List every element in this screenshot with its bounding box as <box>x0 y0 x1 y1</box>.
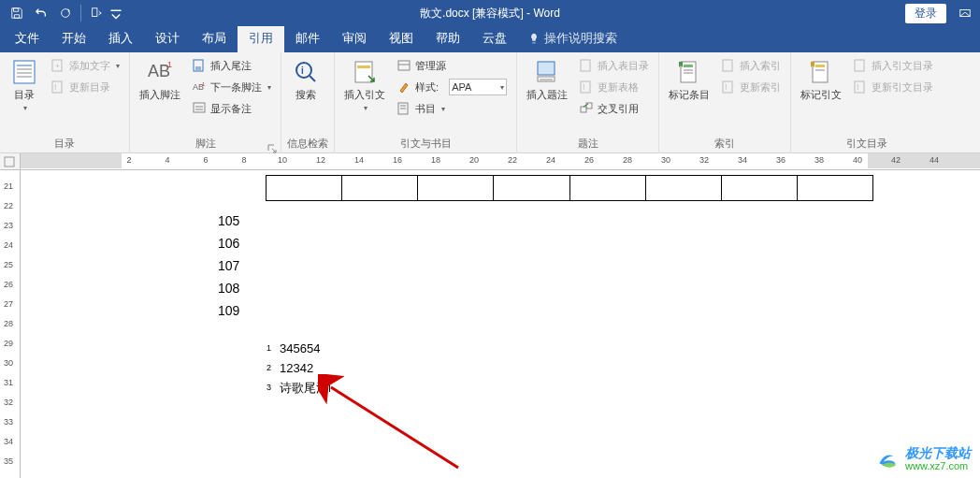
svg-rect-35 <box>581 60 590 71</box>
group-label-research: 信息检索 <box>287 135 328 152</box>
footnotes-dialog-launcher[interactable] <box>267 140 279 152</box>
tab-design[interactable]: 设计 <box>144 26 191 52</box>
insert-citation-button[interactable]: 插入引文▾ <box>340 55 389 116</box>
svg-rect-25 <box>355 62 372 82</box>
insert-index-icon <box>721 58 736 73</box>
update-index-button[interactable]: !更新索引 <box>717 77 785 97</box>
svg-rect-48 <box>815 65 825 67</box>
save-icon[interactable] <box>6 2 28 24</box>
show-notes-button[interactable]: 显示备注 <box>188 98 275 119</box>
mark-entry-button[interactable]: 标记条目 <box>665 55 713 103</box>
svg-rect-41 <box>684 65 693 67</box>
table[interactable] <box>266 175 873 201</box>
toc-icon <box>9 57 39 87</box>
group-label-footnotes: 脚注 <box>136 135 275 152</box>
undo-icon[interactable] <box>30 2 52 24</box>
update-index-icon: ! <box>721 80 736 94</box>
group-label-index: 索引 <box>665 135 785 152</box>
footnote-icon: AB1 <box>145 57 175 87</box>
ruler-corner <box>0 153 21 170</box>
body-text[interactable]: 105106107108109 <box>218 210 239 322</box>
horizontal-ruler[interactable]: 2468101214161820222426283032343638404244 <box>0 153 980 170</box>
manage-sources-button[interactable]: 管理源 <box>393 55 511 76</box>
svg-rect-50 <box>855 60 864 71</box>
svg-text:i: i <box>301 65 304 76</box>
svg-text:!: ! <box>725 82 728 92</box>
tab-cloud[interactable]: 云盘 <box>471 26 518 52</box>
insert-toa-button[interactable]: 插入引文目录 <box>849 55 937 76</box>
svg-rect-38 <box>581 107 586 112</box>
show-notes-icon <box>192 101 207 116</box>
citation-icon <box>350 57 380 87</box>
update-table-icon: ! <box>579 80 594 94</box>
group-label-captions: 题注 <box>523 135 653 152</box>
tof-icon <box>579 58 594 73</box>
caption-icon <box>532 57 562 87</box>
tab-review[interactable]: 审阅 <box>331 26 378 52</box>
svg-text:!: ! <box>583 82 585 92</box>
insert-toa-icon <box>853 58 868 73</box>
tab-home[interactable]: 开始 <box>50 26 97 52</box>
toc-button[interactable]: 目录▾ <box>6 55 43 116</box>
svg-rect-1 <box>93 8 97 17</box>
update-toc-icon: ! <box>50 80 65 94</box>
add-text-button[interactable]: +添加文字▾ <box>47 55 123 76</box>
svg-rect-3 <box>14 61 35 83</box>
bibliography-button[interactable]: 书目▾ <box>393 98 511 119</box>
mark-entry-icon <box>674 57 704 87</box>
ribbon-options-icon[interactable] <box>956 4 974 22</box>
tell-me-search[interactable]: 操作说明搜索 <box>518 26 627 52</box>
insert-index-button[interactable]: 插入索引 <box>717 55 785 76</box>
manage-sources-icon <box>396 58 411 73</box>
login-button[interactable]: 登录 <box>905 4 946 23</box>
ribbon-tabs: 文件 开始 插入 设计 布局 引用 邮件 审阅 视图 帮助 云盘 操作说明搜索 <box>0 26 980 52</box>
svg-rect-26 <box>357 65 370 68</box>
svg-rect-27 <box>398 61 410 70</box>
tab-mailings[interactable]: 邮件 <box>284 26 331 52</box>
group-label-toa: 引文目录 <box>797 135 937 152</box>
redo-icon[interactable] <box>54 2 77 24</box>
svg-text:1: 1 <box>202 81 206 87</box>
tab-references[interactable]: 引用 <box>238 26 284 52</box>
cross-ref-icon <box>579 101 594 116</box>
vertical-ruler[interactable]: 21222324252627282930313233343536 <box>0 153 21 478</box>
insert-tof-button[interactable]: 插入表目录 <box>575 55 653 76</box>
document-area[interactable]: 105106107108109 13456542123423诗歌尾注 <box>21 170 980 478</box>
svg-text:1: 1 <box>167 60 172 69</box>
insert-caption-button[interactable]: 插入题注 <box>523 55 571 103</box>
mark-citation-button[interactable]: 标记引文 <box>797 55 845 103</box>
group-label-citations: 引文与书目 <box>340 135 511 152</box>
tab-view[interactable]: 视图 <box>378 26 425 52</box>
citation-style-button[interactable]: 样式: APA▾ <box>393 77 511 97</box>
group-label-toc: 目录 <box>6 135 123 152</box>
tab-layout[interactable]: 布局 <box>191 26 238 52</box>
update-toc-button[interactable]: !更新目录 <box>47 77 123 97</box>
cross-reference-button[interactable]: 交叉引用 <box>575 98 653 119</box>
svg-text:!: ! <box>54 82 57 92</box>
svg-rect-19 <box>194 103 205 112</box>
insert-endnote-button[interactable]: 插入尾注 <box>188 55 275 76</box>
touch-mode-icon[interactable] <box>85 2 108 24</box>
svg-rect-39 <box>586 103 592 109</box>
insert-footnote-button[interactable]: AB1 插入脚注 <box>136 55 184 103</box>
svg-text:+: + <box>55 62 60 70</box>
qat-customize-icon[interactable] <box>109 2 122 24</box>
next-footnote-button[interactable]: AB1下一条脚注▾ <box>188 77 275 97</box>
svg-rect-44 <box>723 60 732 71</box>
svg-text:!: ! <box>857 82 859 92</box>
update-table-button[interactable]: !更新表格 <box>575 77 653 97</box>
endnotes[interactable]: 13456542123423诗歌尾注 <box>267 339 330 398</box>
next-footnote-icon: AB1 <box>192 80 207 94</box>
svg-point-0 <box>62 9 70 18</box>
tab-help[interactable]: 帮助 <box>425 26 471 52</box>
search-icon: i <box>291 57 321 87</box>
tab-file[interactable]: 文件 <box>4 26 50 52</box>
update-toa-button[interactable]: !更新引文目录 <box>849 77 937 97</box>
tab-insert[interactable]: 插入 <box>97 26 144 52</box>
bibliography-icon <box>396 101 411 116</box>
style-icon <box>396 80 411 94</box>
svg-line-23 <box>310 76 315 81</box>
svg-rect-53 <box>5 157 14 167</box>
lightbulb-icon <box>527 32 540 45</box>
smart-lookup-button[interactable]: i 搜索 <box>287 55 324 103</box>
